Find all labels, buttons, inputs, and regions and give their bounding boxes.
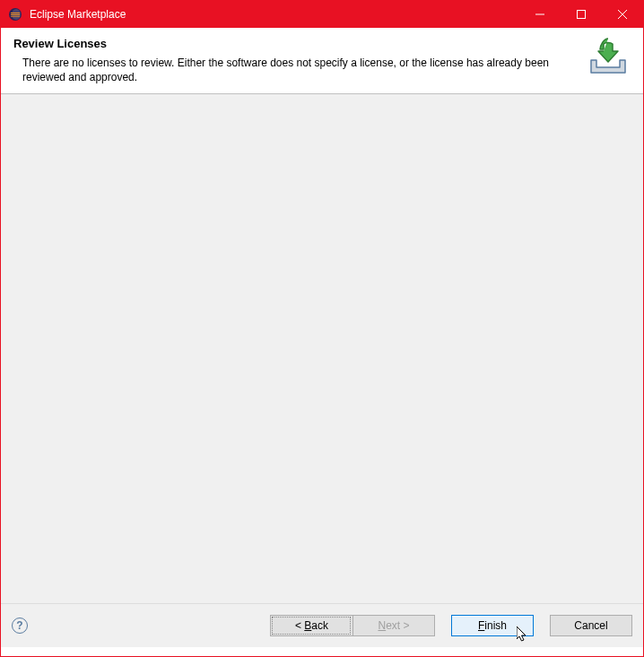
svg-rect-6 (578, 11, 586, 19)
content-area (1, 94, 643, 604)
next-button: Next > (352, 615, 435, 636)
svg-rect-3 (11, 14, 20, 15)
finish-button[interactable]: Finish (451, 615, 534, 636)
titlebar: Eclipse Marketplace (1, 1, 643, 28)
cancel-button[interactable]: Cancel (550, 615, 632, 636)
maximize-button[interactable] (561, 1, 602, 28)
svg-rect-4 (11, 16, 20, 17)
window-title: Eclipse Marketplace (30, 8, 519, 21)
help-icon[interactable]: ? (12, 618, 28, 634)
finish-label: Finish (478, 619, 507, 632)
wizard-header: Review Licenses There are no licenses to… (1, 28, 643, 94)
back-label: < Back (295, 619, 328, 632)
cursor-icon (517, 626, 527, 643)
close-button[interactable] (602, 1, 643, 28)
next-label: Next > (378, 619, 409, 632)
back-button[interactable]: < Back (270, 615, 352, 636)
wizard-footer: ? < Back Next > Finish Cancel (1, 604, 643, 647)
minimize-button[interactable] (519, 1, 561, 28)
page-title: Review Licenses (13, 37, 577, 50)
page-description: There are no licenses to review. Either … (13, 56, 577, 84)
svg-rect-2 (11, 13, 20, 13)
eclipse-icon (8, 7, 22, 22)
install-icon (586, 37, 631, 76)
window-controls (519, 1, 643, 28)
